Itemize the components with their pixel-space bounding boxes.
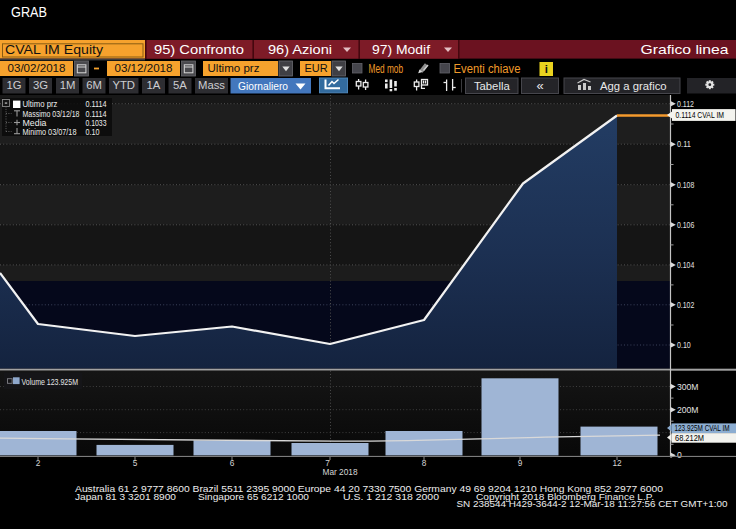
svg-text:8: 8: [422, 458, 427, 468]
svg-text:0.102: 0.102: [677, 300, 694, 310]
svg-text:1M: 1M: [60, 79, 76, 91]
svg-text:2: 2: [36, 458, 41, 468]
svg-text:Ultimo prz: Ultimo prz: [208, 62, 260, 74]
svg-text:1G: 1G: [6, 79, 21, 91]
svg-text:EUR: EUR: [305, 62, 328, 74]
svg-text:9: 9: [518, 458, 523, 468]
svg-text:Eventi chiave: Eventi chiave: [454, 62, 521, 76]
svg-text:0.104: 0.104: [677, 260, 694, 270]
svg-text:0.108: 0.108: [677, 180, 694, 190]
svg-text:12: 12: [612, 458, 622, 468]
svg-text:i: i: [545, 63, 548, 75]
svg-text:Japan 81 3 3201 8900: Japan 81 3 3201 8900: [75, 492, 176, 502]
svg-text:0.11: 0.11: [677, 139, 691, 149]
svg-text:0.112: 0.112: [677, 99, 694, 109]
svg-text:«: «: [536, 78, 543, 93]
svg-text:0.10: 0.10: [86, 127, 100, 137]
svg-text:Minimo 03/07/18: Minimo 03/07/18: [23, 127, 77, 137]
svg-text:6M: 6M: [86, 79, 102, 91]
svg-text:03/12/2018: 03/12/2018: [115, 62, 173, 74]
svg-text:5: 5: [133, 458, 138, 468]
svg-text:Agg a grafico: Agg a grafico: [600, 80, 667, 92]
svg-text:97) Modif: 97) Modif: [372, 42, 430, 57]
svg-text:Volume 123.925M: Volume 123.925M: [22, 377, 79, 387]
svg-text:Med mob: Med mob: [369, 62, 404, 76]
svg-text:U.S. 1 212 318 2000: U.S. 1 212 318 2000: [343, 492, 439, 502]
svg-text:Mass: Mass: [198, 79, 225, 91]
svg-text:0.10: 0.10: [677, 340, 691, 350]
svg-text:03/02/2018: 03/02/2018: [8, 62, 66, 74]
svg-text:96) Azioni: 96) Azioni: [268, 42, 332, 57]
svg-text:95) Confronto: 95) Confronto: [154, 42, 244, 57]
svg-text:Singapore 65 6212 1000: Singapore 65 6212 1000: [198, 492, 309, 502]
svg-text:0.1114 CVAL IM: 0.1114 CVAL IM: [676, 110, 725, 120]
svg-text:Tabella: Tabella: [474, 80, 511, 92]
svg-text:300M: 300M: [677, 382, 699, 392]
svg-text:Mar 2018: Mar 2018: [322, 467, 357, 477]
svg-text:5A: 5A: [173, 79, 187, 91]
svg-text:0.106: 0.106: [677, 220, 694, 230]
svg-text:3G: 3G: [33, 79, 48, 91]
svg-text:6: 6: [230, 458, 235, 468]
svg-text:CVAL IM Equity: CVAL IM Equity: [5, 42, 104, 57]
svg-text:68.212M: 68.212M: [675, 433, 704, 443]
svg-text:0: 0: [677, 450, 682, 460]
svg-text:Grafico linea: Grafico linea: [641, 42, 730, 57]
svg-text:123.925M CVAL IM: 123.925M CVAL IM: [675, 423, 730, 433]
svg-text:200M: 200M: [677, 405, 699, 415]
svg-text:Giornaliero: Giornaliero: [238, 80, 288, 92]
svg-text:1A: 1A: [147, 79, 161, 91]
svg-text:SN 238544 H429-3644-2 12-Mar-1: SN 238544 H429-3644-2 12-Mar-18 11:27:56…: [457, 499, 728, 509]
svg-text:GRAB: GRAB: [11, 4, 47, 20]
svg-text:YTD: YTD: [112, 79, 135, 91]
